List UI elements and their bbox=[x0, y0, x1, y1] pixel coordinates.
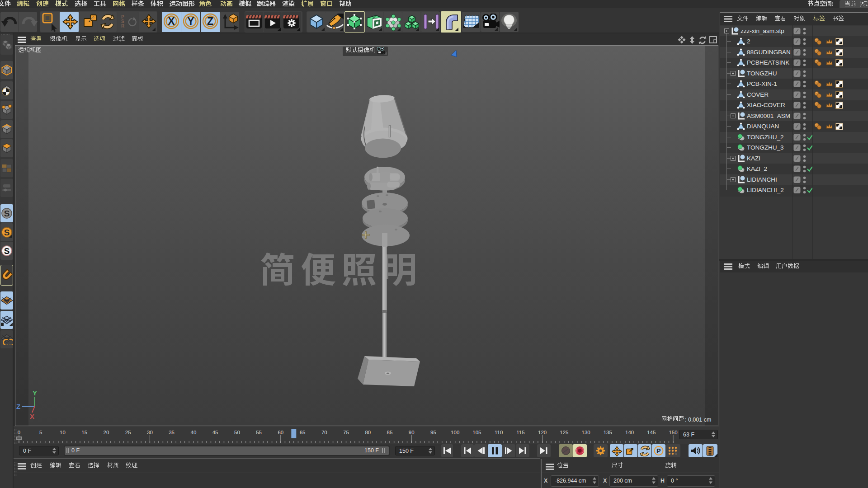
svg-text:145: 145 bbox=[647, 430, 656, 435]
svg-text:135: 135 bbox=[604, 430, 612, 435]
svg-text:20: 20 bbox=[104, 430, 109, 435]
svg-text:Y: Y bbox=[187, 15, 194, 27]
svg-text:150: 150 bbox=[669, 430, 677, 435]
svg-text:S: S bbox=[4, 209, 10, 218]
svg-text:5: 5 bbox=[39, 430, 42, 435]
svg-text:65: 65 bbox=[300, 430, 306, 435]
svg-text:10: 10 bbox=[60, 430, 66, 435]
svg-text:90: 90 bbox=[409, 430, 415, 435]
svg-text:120: 120 bbox=[538, 430, 547, 435]
svg-text:95: 95 bbox=[430, 430, 436, 435]
svg-text:45: 45 bbox=[212, 430, 218, 435]
svg-text:P: P bbox=[656, 447, 660, 455]
svg-text:15: 15 bbox=[81, 430, 87, 435]
svg-text:70: 70 bbox=[321, 430, 327, 435]
svg-text:85: 85 bbox=[387, 430, 393, 435]
svg-text:X: X bbox=[30, 413, 34, 420]
svg-text:80: 80 bbox=[365, 430, 371, 435]
svg-text:110: 110 bbox=[495, 430, 503, 435]
svg-text:130: 130 bbox=[582, 430, 590, 435]
svg-text:Z: Z bbox=[207, 15, 213, 27]
svg-text:125: 125 bbox=[560, 430, 568, 435]
svg-text:0: 0 bbox=[18, 430, 20, 435]
svg-text:Y: Y bbox=[33, 389, 37, 397]
svg-text:60: 60 bbox=[278, 430, 283, 435]
svg-text:40: 40 bbox=[191, 430, 197, 435]
svg-text:50: 50 bbox=[234, 430, 240, 435]
svg-text:105: 105 bbox=[472, 430, 481, 435]
svg-text:35: 35 bbox=[169, 430, 175, 435]
svg-text:75: 75 bbox=[343, 430, 349, 435]
svg-text:X: X bbox=[168, 15, 175, 27]
svg-text:115: 115 bbox=[516, 430, 524, 435]
svg-text:140: 140 bbox=[625, 430, 634, 435]
svg-text:R: R bbox=[121, 23, 125, 28]
svg-text:S: S bbox=[4, 246, 10, 256]
svg-text:S: S bbox=[4, 228, 10, 237]
svg-text:25: 25 bbox=[125, 430, 131, 435]
svg-text:30: 30 bbox=[147, 430, 153, 435]
svg-text:55: 55 bbox=[256, 430, 262, 435]
svg-text:100: 100 bbox=[451, 430, 459, 435]
svg-text:Z: Z bbox=[16, 403, 20, 410]
